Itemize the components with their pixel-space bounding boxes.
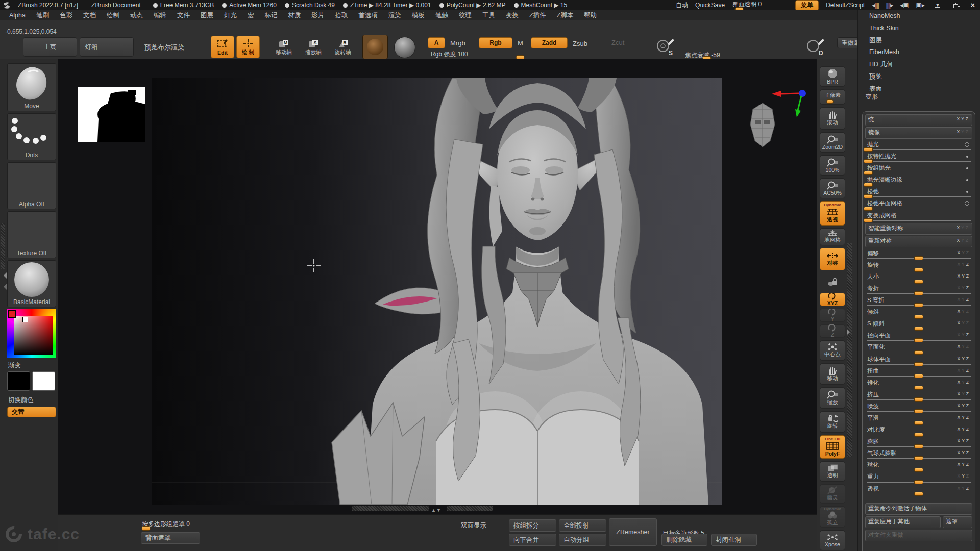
menu-色彩[interactable]: 色彩 (60, 11, 72, 20)
deform-slider-大小[interactable]: 大小XYZ (865, 272, 972, 284)
deform-slider-抛光[interactable]: 抛光 (865, 140, 972, 152)
subpalette-图层[interactable]: 图层 (869, 36, 882, 45)
menu-编辑[interactable]: 编辑 (154, 11, 166, 20)
axis-toggles[interactable]: XYZ (957, 332, 970, 337)
texture-picker[interactable]: Texture Off (7, 211, 56, 258)
menu-影片[interactable]: 影片 (311, 11, 324, 20)
axis-toggles[interactable]: XYZ (957, 309, 970, 314)
axis-toggles[interactable]: XYZ (957, 415, 970, 420)
menu-变换[interactable]: 变换 (506, 11, 519, 20)
deform-slider-S 倾斜[interactable]: S 倾斜XYZ (865, 319, 972, 331)
deform-slider-松弛[interactable]: 松弛 (865, 187, 972, 198)
menu-Z脚本[interactable]: Z脚本 (557, 11, 574, 20)
menu-Alpha[interactable]: Alpha (9, 12, 26, 19)
deform-slider-倾斜[interactable]: 倾斜XYZ (865, 307, 972, 319)
menu-图层[interactable]: 图层 (201, 11, 213, 20)
home-button[interactable]: 主页 (23, 37, 77, 57)
alpha-picker[interactable]: Alpha Off (7, 162, 56, 209)
menu-文件[interactable]: 文件 (177, 11, 190, 20)
deform-button-重新对称[interactable]: 重新对称XYZ (865, 236, 972, 247)
quicksave-button[interactable]: QuickSave (695, 2, 725, 9)
menu-首选项[interactable]: 首选项 (358, 11, 378, 20)
menu-笔刷[interactable]: 笔刷 (36, 11, 49, 20)
brush-picker[interactable]: Move (7, 63, 56, 111)
grow-ui-icon[interactable]: ||||▸ (886, 2, 893, 9)
shelf-孤立-button[interactable]: Dynamic孤立 (820, 506, 845, 528)
next-layout-icon[interactable]: ▣▸ (916, 2, 925, 9)
tray-collapse-arrow2-icon[interactable] (1, 284, 7, 290)
zbrush-document[interactable] (152, 78, 722, 505)
menu-笔触[interactable]: 笔触 (435, 11, 448, 20)
shelf-AC50%-button[interactable]: AC50% (820, 178, 845, 198)
axis-toggles[interactable]: XYZ (957, 486, 970, 491)
auto-group-button[interactable]: 自动分组 (559, 534, 606, 546)
gradient-label[interactable]: 渐变 (8, 361, 21, 370)
deform-slider-透视[interactable]: 透视XYZ (865, 484, 972, 496)
axis-toggles[interactable]: XYZ (957, 285, 970, 290)
menu-帮助[interactable]: 帮助 (584, 11, 597, 20)
deform-slider-按组抛光[interactable]: 按组抛光 (865, 163, 972, 175)
axis-toggles[interactable]: XYZ (957, 129, 970, 134)
axis-toggles[interactable]: XYZ (957, 368, 970, 373)
shelf-PolyF-button[interactable]: Line FillPolyF (820, 435, 845, 459)
subpalette-预览[interactable]: 预览 (869, 72, 882, 81)
close-holes-button[interactable]: 封闭孔洞 (711, 534, 757, 546)
preview-boolean-render-button[interactable]: 预览布尔渲染 (144, 43, 184, 52)
curve-toggle-icon[interactable] (965, 201, 969, 206)
prev-layout-icon[interactable]: ◂▣ (900, 2, 909, 9)
stroke-curve-s-icon[interactable]: S (654, 36, 677, 58)
shelf-Z-button[interactable]: Z (820, 324, 845, 338)
deform-slider-变换成网格[interactable]: 变换成网格 (865, 211, 972, 222)
axis-toggles[interactable]: XYZ (957, 116, 970, 121)
subpalette-NanoMesh[interactable]: NanoMesh (869, 12, 900, 19)
mask-button[interactable]: 遮罩 (943, 516, 972, 528)
axis-toggles[interactable]: XYZ (957, 450, 970, 455)
shelf-Xpose-button[interactable]: Xpose (820, 530, 845, 550)
sv-cursor[interactable] (22, 317, 28, 322)
delete-hidden-button[interactable]: 删除隐藏 (662, 534, 707, 546)
canvas-bottom-grip2[interactable] (447, 506, 493, 511)
m-button[interactable]: M (518, 39, 523, 47)
axis-toggles[interactable]: XYZ (957, 473, 970, 479)
document-canvas[interactable]: ▲▼ (58, 59, 817, 514)
axis-toggles[interactable]: XYZ (957, 427, 970, 432)
shelf-BPR-button[interactable]: BPR (820, 66, 845, 87)
zscript-label[interactable]: DefaultZScript (826, 2, 865, 9)
stroke-picker[interactable]: Dots (7, 113, 56, 160)
axis-toggles[interactable]: XYZ (957, 344, 970, 349)
menu-标记[interactable]: 标记 (264, 11, 277, 20)
double-sided-toggle[interactable]: 双面显示 (461, 521, 486, 530)
menu-绘制[interactable]: 绘制 (107, 11, 119, 20)
menu-拾取[interactable]: 拾取 (335, 11, 348, 20)
axis-toggles[interactable]: XYZ (957, 225, 970, 230)
shelf-中心点-button[interactable]: 中心点 (820, 340, 845, 361)
axis-toggles[interactable]: XYZ (957, 297, 970, 302)
stroke-curve-d-icon[interactable]: D (804, 36, 827, 58)
focal-shift-slider[interactable]: 焦点衰减 -59 (684, 51, 794, 59)
deform-slider-球体平面[interactable]: 球体平面XYZ (865, 355, 972, 366)
axis-toggles[interactable]: XYZ (957, 403, 970, 408)
shelf-透明-button[interactable]: 透明 (820, 461, 845, 482)
deform-slider-平面化[interactable]: 平面化XYZ (865, 342, 972, 354)
deform-slider-偏移[interactable]: 偏移XYZ (865, 248, 972, 260)
shelf-透视-button[interactable]: Dynamic透视 (820, 201, 845, 226)
current-color-sphere[interactable] (394, 37, 415, 58)
hue-cursor[interactable] (8, 310, 16, 318)
subpalette-表面[interactable]: 表面 (869, 85, 882, 93)
project-all-button[interactable]: 全部投射 (559, 519, 606, 532)
deform-slider-弯折[interactable]: 弯折XYZ (865, 284, 972, 295)
menu-动态[interactable]: 动态 (130, 11, 143, 20)
shelf-滚动-button[interactable]: 滚动 (820, 107, 845, 130)
axis-toggles[interactable]: XYZ (957, 380, 970, 385)
rgb-intensity-slider[interactable]: Rgb 强度 100 (430, 50, 540, 58)
canvas-bottom-grip[interactable] (352, 506, 429, 511)
menu-button[interactable]: 菜单 (795, 0, 819, 11)
rotate-axis-button[interactable]: R 旋转轴 (330, 37, 356, 58)
shelf-旋转-button[interactable]: 旋转 (820, 411, 845, 433)
shelf-幽灵-button[interactable]: 幽灵 (820, 484, 845, 504)
rgb-button[interactable]: Rgb (479, 37, 512, 48)
zremesher-button[interactable]: ZRemesher (609, 518, 657, 546)
axis-toggles[interactable]: XYZ (957, 262, 970, 267)
right-shelf-grip[interactable] (847, 243, 852, 457)
material-picker[interactable]: BasicMaterial (7, 260, 56, 307)
